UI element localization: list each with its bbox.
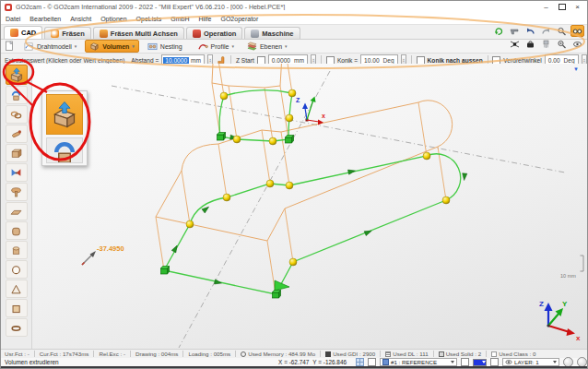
- tool-box-button[interactable]: [6, 144, 28, 162]
- viewport[interactable]: ▼: [32, 64, 588, 349]
- reference-checkbox[interactable]: [368, 358, 376, 366]
- tool-chain-button[interactable]: [6, 105, 28, 124]
- viewport-canvas[interactable]: Z x -37.4950 10 mm: [32, 64, 588, 349]
- menu-item-gmbh[interactable]: GmbH: [171, 16, 189, 22]
- tool-torus-button[interactable]: [6, 318, 28, 337]
- tab-fraesen[interactable]: Fräsen: [44, 27, 91, 39]
- menu-item-datei[interactable]: Datei: [6, 16, 20, 22]
- nesting-icon: [147, 42, 158, 52]
- maximize-button[interactable]: [554, 2, 570, 12]
- glasses-icon: [572, 27, 582, 36]
- profile-icon: [198, 42, 208, 52]
- tab-cad[interactable]: CAD: [4, 26, 42, 39]
- redo-button[interactable]: [539, 25, 553, 37]
- abstand-unit: mm: [189, 57, 203, 64]
- layers-icon: [247, 42, 257, 52]
- triad-z-label: Z: [539, 300, 544, 308]
- sphere-icon: [10, 264, 22, 276]
- konik-unit: Deg: [382, 57, 396, 64]
- reference-dropdown-icon[interactable]: [451, 361, 454, 363]
- volumen-dropdown-icon[interactable]: ▾: [132, 43, 135, 49]
- tool-cube-button[interactable]: [6, 299, 28, 317]
- color-swatch[interactable]: [473, 359, 487, 366]
- class-count-icon: [491, 351, 497, 357]
- zstart-unit: mm: [292, 57, 306, 64]
- menu-item-ansicht[interactable]: Ansicht: [70, 16, 91, 22]
- visibility-button[interactable]: [570, 38, 584, 50]
- vertex-cubes[interactable]: [161, 133, 294, 299]
- measure-tool-button[interactable]: [508, 25, 522, 37]
- tab-maschine[interactable]: Maschine: [244, 27, 300, 39]
- origin-x-label: x: [322, 113, 325, 119]
- layer-select[interactable]: LAYER: 1: [502, 358, 559, 366]
- bag-button[interactable]: [523, 38, 537, 50]
- undo-button[interactable]: [523, 25, 537, 37]
- view-mode-button[interactable]: [570, 25, 584, 37]
- tool-revolve-button[interactable]: [6, 86, 28, 104]
- layer-dropdown-icon[interactable]: [553, 361, 557, 363]
- group-nesting[interactable]: Nesting: [143, 40, 190, 53]
- origin-z-label: Z: [296, 97, 300, 103]
- spider-cursor-button[interactable]: [508, 38, 522, 50]
- panel-collapse-icon[interactable]: ▼: [573, 66, 579, 72]
- tool-sphere-button[interactable]: [6, 260, 28, 279]
- tool-slab-button[interactable]: [6, 202, 28, 220]
- memory-icon: [241, 351, 246, 357]
- chain-icon: [10, 109, 22, 121]
- tool-fan-button[interactable]: [6, 163, 28, 182]
- menu-item-optionen[interactable]: Optionen: [100, 16, 126, 22]
- tab-fraesen-multi-achsen[interactable]: Fräsen Multi Achsen: [93, 27, 184, 39]
- tool-cylinder-button[interactable]: [6, 241, 28, 259]
- flyout-extrude-button[interactable]: [46, 94, 83, 135]
- drahtmodell-dropdown-icon[interactable]: ▾: [75, 43, 77, 49]
- new-document-button[interactable]: [4, 41, 16, 52]
- tool-pad-button[interactable]: [6, 221, 28, 240]
- layer-value: LAYER: 1: [514, 359, 551, 365]
- flyout-revolve-button[interactable]: [46, 137, 83, 163]
- color-dropdown-icon[interactable]: [482, 361, 486, 363]
- reference-select[interactable]: #1 : REFERENCE: [380, 358, 457, 366]
- used-class-stat: Used Class : 0: [491, 351, 535, 357]
- zstart-value[interactable]: 0.0000: [270, 57, 292, 64]
- bag-icon: [525, 40, 535, 49]
- close-button[interactable]: ×: [570, 2, 585, 12]
- grid-toggle-icon[interactable]: [356, 358, 364, 366]
- zoom-window-button[interactable]: [555, 38, 569, 50]
- verdreh-value[interactable]: 0.00: [547, 57, 562, 64]
- menu-item-go2operator[interactable]: GO2operator: [220, 16, 258, 22]
- magnifier-plus-icon: [557, 40, 567, 49]
- group-drahtmodell[interactable]: Drahtmodell ▾: [19, 40, 81, 53]
- refresh-button[interactable]: [492, 25, 506, 37]
- used-dl-stat: Used DL : 111: [385, 351, 428, 357]
- tool-mushroom-button[interactable]: [6, 183, 28, 201]
- group-ebenen[interactable]: Ebenen ▾: [242, 40, 292, 53]
- used-memory-stat: Used Memory : 484.99 Mo: [241, 351, 315, 357]
- brush-button[interactable]: [539, 38, 553, 50]
- tab-operation[interactable]: Operation: [186, 27, 242, 39]
- vertex-nodes[interactable]: [186, 89, 450, 266]
- revolve-icon: [51, 138, 78, 163]
- operation-tab-icon: [193, 30, 201, 38]
- tool-extrude-button[interactable]: [6, 65, 28, 85]
- group-profile[interactable]: Profile ▾: [194, 40, 239, 53]
- menu-item-bearbeiten[interactable]: Bearbeiten: [29, 16, 61, 22]
- abstand-value[interactable]: 10.0000: [163, 57, 189, 64]
- tool-sweep-button[interactable]: [6, 125, 28, 143]
- tool-cone-button[interactable]: [6, 280, 28, 298]
- menu-item-opelists[interactable]: OpeLists: [136, 16, 162, 22]
- extrusion-edges: [156, 64, 446, 294]
- layer-checkbox[interactable]: [490, 358, 499, 366]
- status-bar-stats: Usr.Fct : - Cur.Fct : 17s743ms Rel.Exc :…: [1, 349, 588, 358]
- layer-eye-icon: [505, 359, 512, 365]
- menu-item-hilfe[interactable]: Hilfe: [198, 16, 211, 22]
- profile-dropdown-icon[interactable]: ▾: [231, 43, 234, 49]
- minimize-button[interactable]: –: [538, 2, 554, 12]
- spider-icon: [510, 40, 520, 49]
- magnifier-icon: [557, 27, 567, 36]
- ebenen-dropdown-icon[interactable]: ▾: [285, 43, 288, 49]
- zoom-button[interactable]: [555, 25, 569, 37]
- pencil-cursor: [82, 251, 96, 265]
- group-volumen[interactable]: Volumen ▾: [85, 40, 139, 53]
- color-checkbox[interactable]: [461, 358, 469, 366]
- konik-value[interactable]: 10.00: [362, 57, 382, 64]
